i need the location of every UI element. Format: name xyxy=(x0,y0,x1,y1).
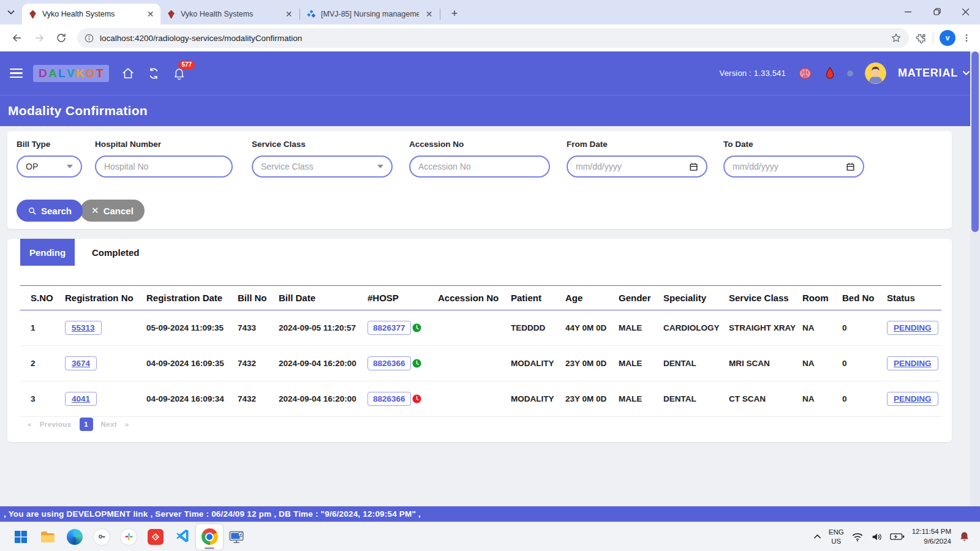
logo-letter: L xyxy=(58,67,66,79)
password-app-button[interactable] xyxy=(88,524,115,550)
chrome-button[interactable] xyxy=(196,524,223,550)
refresh-button[interactable] xyxy=(147,67,160,80)
cell-age: 23Y 0M 0D xyxy=(555,346,608,381)
dalvkot-logo[interactable]: DALVKOT xyxy=(33,65,109,82)
cell-speciality: DENTAL xyxy=(653,381,718,417)
cell-bed-no: 0 xyxy=(832,346,876,381)
pagination: « Previous 1 Next » xyxy=(28,418,129,431)
next-button[interactable]: Next xyxy=(101,421,118,428)
bill-type-select[interactable]: OP xyxy=(17,156,82,178)
to-date-input[interactable]: mm/dd/yyyy xyxy=(723,156,864,178)
new-tab-button[interactable]: + xyxy=(446,5,463,22)
hamburger-menu-icon[interactable] xyxy=(10,66,24,81)
registration-no-link[interactable]: 3674 xyxy=(65,356,97,370)
battery-icon[interactable] xyxy=(890,533,905,541)
restore-button[interactable] xyxy=(922,0,951,23)
registration-no-link[interactable]: 55313 xyxy=(65,321,102,335)
browser-profile-avatar[interactable]: v xyxy=(940,30,956,46)
page-scrollbar[interactable] xyxy=(970,51,980,506)
remote-desktop-button[interactable] xyxy=(223,524,250,550)
cell-registration-no: 3674 xyxy=(55,346,136,381)
hosp-link[interactable]: 8826377 xyxy=(368,321,411,335)
monitor-icon xyxy=(228,529,244,545)
user-avatar[interactable] xyxy=(865,62,886,84)
registration-no-link[interactable]: 4041 xyxy=(65,392,97,406)
next-arrow[interactable]: » xyxy=(125,421,129,428)
hosp-link[interactable]: 8826366 xyxy=(368,392,411,406)
tab-completed[interactable]: Completed xyxy=(75,239,157,266)
cell-hosp: 8826366 xyxy=(357,346,428,381)
tray-chevron-up-icon[interactable] xyxy=(813,534,821,539)
scrollbar-thumb[interactable] xyxy=(971,51,979,232)
forward-button[interactable] xyxy=(29,28,49,48)
hospital-number-input[interactable] xyxy=(104,162,224,171)
accession-no-group: Accession No xyxy=(409,140,550,178)
cell-gender: MALE xyxy=(608,381,653,417)
from-date-input[interactable]: mm/dd/yyyy xyxy=(567,156,707,178)
cell-status: PENDING xyxy=(876,310,941,346)
taskbar-clock[interactable]: 12:11:54 PM 9/6/2024 xyxy=(912,527,951,546)
chevron-down-icon xyxy=(7,10,15,15)
tab-close-icon[interactable]: ✕ xyxy=(424,9,434,20)
omnibox[interactable]: localhost:4200/radiology-services/modali… xyxy=(77,28,909,48)
status-pending-link[interactable]: PENDING xyxy=(887,392,938,406)
tab-separator xyxy=(440,9,440,20)
edge-button[interactable] xyxy=(61,524,88,550)
tray-bell-icon[interactable] xyxy=(959,531,970,542)
hosp-link[interactable]: 8826366 xyxy=(368,356,411,370)
cell-speciality: DENTAL xyxy=(653,346,718,381)
address-bar-actions: v xyxy=(915,30,971,46)
cell-registration-date: 05-09-2024 11:09:35 xyxy=(136,310,227,346)
status-pending-link[interactable]: PENDING xyxy=(887,356,938,370)
browser-tab-vyko-1[interactable]: Vyko Health Systems ✕ xyxy=(22,4,160,24)
minimize-icon xyxy=(905,9,911,15)
service-class-select[interactable]: Service Class xyxy=(252,156,393,178)
red-app-button[interactable] xyxy=(142,524,169,550)
tab-close-icon[interactable]: ✕ xyxy=(284,9,294,20)
cell-room: NA xyxy=(792,310,832,346)
hospital-number-label: Hospital Number xyxy=(95,140,233,149)
table-wrapper: S.NORegistration NoRegistration DateBill… xyxy=(20,285,939,417)
tab-search-button[interactable] xyxy=(0,0,22,24)
speaker-icon[interactable] xyxy=(871,531,883,542)
notifications-button[interactable]: 577 xyxy=(173,67,186,80)
cancel-button[interactable]: ✕ Cancel xyxy=(80,200,145,222)
browser-tab-vyko-2[interactable]: Vyko Health Systems ✕ xyxy=(160,4,299,24)
close-window-button[interactable] xyxy=(951,0,980,23)
home-button[interactable] xyxy=(121,67,135,80)
calendar-icon[interactable] xyxy=(689,162,698,171)
results-table: S.NORegistration NoRegistration DateBill… xyxy=(20,285,941,417)
from-date-placeholder: mm/dd/yyyy xyxy=(576,162,622,171)
site-info-icon xyxy=(85,34,94,43)
file-explorer-button[interactable] xyxy=(34,524,61,550)
logo-letter: T xyxy=(96,67,104,79)
browser-menu-icon[interactable] xyxy=(962,33,971,43)
minimize-button[interactable] xyxy=(894,0,922,23)
prev-arrow[interactable]: « xyxy=(28,421,32,428)
wifi-icon[interactable] xyxy=(851,531,864,542)
previous-button[interactable]: Previous xyxy=(40,421,72,428)
tab-pending[interactable]: Pending xyxy=(20,239,75,266)
taskbar-date: 9/6/2024 xyxy=(912,537,951,547)
browser-tab-jira[interactable]: [MVJ-85] Nursing management ✕ xyxy=(301,4,439,24)
profile-menu[interactable]: MATERIAL xyxy=(898,67,970,80)
reload-icon xyxy=(56,32,67,43)
reload-button[interactable] xyxy=(51,28,71,48)
search-button[interactable]: Search xyxy=(17,200,83,222)
start-button[interactable] xyxy=(7,524,34,550)
bookmark-star-icon[interactable] xyxy=(891,32,902,43)
status-pending-link[interactable]: PENDING xyxy=(887,321,938,335)
tab-close-icon[interactable]: ✕ xyxy=(145,9,156,20)
vscode-button[interactable] xyxy=(169,524,196,550)
bill-type-label: Bill Type xyxy=(17,140,82,149)
extensions-icon[interactable] xyxy=(915,32,927,44)
calendar-icon[interactable] xyxy=(846,162,855,171)
back-button[interactable] xyxy=(7,28,27,48)
cell-service-class: MRI SCAN xyxy=(718,346,792,381)
slack-button[interactable] xyxy=(115,524,142,550)
page-number-active[interactable]: 1 xyxy=(80,418,93,431)
red-clock-badge-icon xyxy=(412,394,421,403)
language-indicator[interactable]: ENG US xyxy=(829,528,844,546)
accession-no-input[interactable] xyxy=(418,162,541,171)
tab-completed-label: Completed xyxy=(92,247,140,258)
